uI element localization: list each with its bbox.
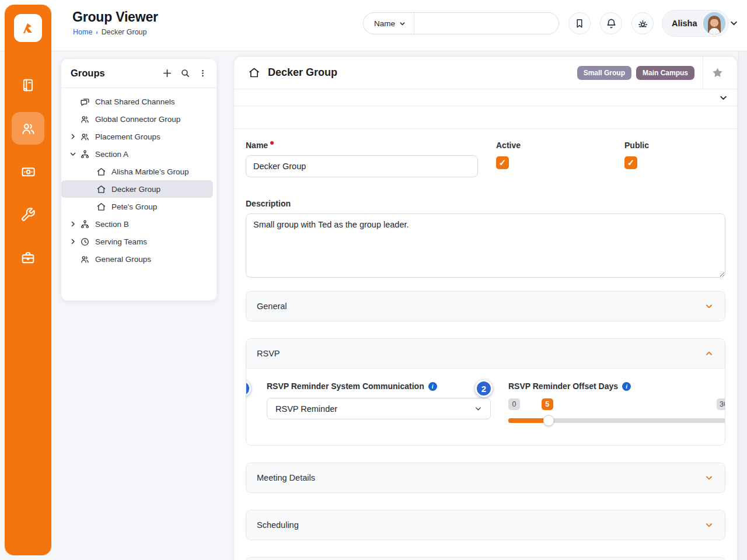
tree-item-label: Global Connector Group (95, 115, 180, 124)
public-checkbox[interactable]: ✓ (624, 156, 637, 169)
chevron-right-icon[interactable] (68, 133, 78, 140)
header-divider (703, 57, 703, 89)
description-field[interactable]: Small group with Ted as the group leader… (246, 214, 725, 278)
user-menu[interactable]: Alisha (662, 10, 729, 37)
tree-item-section-a[interactable]: Section A (61, 145, 213, 163)
active-field: Active ✓ (496, 141, 521, 169)
section-general-header[interactable]: General (246, 292, 725, 321)
tree-item-label: Decker Group (111, 185, 160, 194)
tree-item-general-groups[interactable]: General Groups (61, 250, 213, 268)
section-rsvp-header[interactable]: RSVP (246, 339, 725, 368)
bookmark-button[interactable] (568, 12, 591, 34)
favorite-star-button[interactable] (706, 66, 729, 79)
sidebar-item-people[interactable] (12, 112, 44, 145)
required-indicator (270, 141, 274, 145)
tree-item-section-b[interactable]: Section B (61, 215, 213, 233)
search-filter-dropdown[interactable]: Name (364, 13, 414, 34)
rock-logo-icon (19, 19, 37, 37)
home-icon (96, 184, 106, 194)
sidebar-item-tools[interactable] (12, 198, 44, 231)
chevron-down-icon (729, 19, 738, 27)
offset-days-slider[interactable] (508, 418, 725, 423)
home-icon (248, 66, 260, 79)
active-checkbox[interactable]: ✓ (496, 156, 509, 169)
briefcase-icon (20, 250, 36, 265)
page: Group Viewer Home › Decker Group Name Al… (0, 0, 747, 560)
chevron-down-icon (474, 405, 482, 412)
top-bar: Group Viewer Home › Decker Group Name Al… (0, 0, 747, 51)
tree-item-chat-shared-channels[interactable]: Chat Shared Channels (61, 93, 213, 110)
callout-2: 2 (475, 380, 493, 397)
breadcrumb: Home › Decker Group (73, 28, 147, 36)
people-icon (20, 121, 36, 136)
sidebar-item-finance[interactable] (12, 155, 44, 188)
groups-options-button[interactable] (198, 68, 207, 78)
chevron-right-icon[interactable] (68, 238, 78, 245)
groups-panel: Groups Chat Shared Channels Global Conne… (61, 58, 217, 301)
add-group-button[interactable] (162, 68, 172, 78)
group-detail-panel: Decker Group Small Group Main Campus Nam… (233, 56, 738, 560)
sidebar-item-directory[interactable] (12, 69, 44, 102)
rsvp-communication-value: RSVP Reminder (275, 404, 337, 414)
search-groups-button[interactable] (180, 68, 190, 78)
user-name: Alisha (672, 19, 697, 28)
section-group-attribute-values: Group Attribute Values (246, 557, 725, 560)
rsvp-offset-field: RSVP Reminder Offset Days i 0 5 30 (508, 382, 725, 423)
public-label: Public (624, 141, 649, 150)
clock-icon (80, 237, 90, 247)
group-detail-header: Decker Group Small Group Main Campus (234, 57, 737, 89)
bookmark-icon (574, 18, 585, 29)
section-group-attribute-values-header[interactable]: Group Attribute Values (246, 558, 725, 560)
tree-item-global-connector-group[interactable]: Global Connector Group (61, 110, 213, 128)
sidebar-item-work[interactable] (12, 242, 44, 274)
breadcrumb-separator: › (96, 29, 97, 36)
info-icon[interactable]: i (428, 382, 437, 391)
breadcrumb-home-link[interactable]: Home (73, 28, 92, 36)
tree-item-label: Pete's Group (111, 202, 157, 211)
tree-item-label: General Groups (95, 255, 151, 264)
sidebar-nav (5, 69, 51, 274)
slider-labels: 0 5 30 (508, 398, 725, 410)
tree-item-petes-group[interactable]: Pete's Group (61, 198, 213, 215)
tree-item-serving-teams[interactable]: Serving Teams (61, 233, 213, 250)
tree-item-alisha-marbles-group[interactable]: Alisha Marble’s Group (61, 163, 213, 180)
scrollbar-track[interactable] (738, 51, 747, 560)
home-icon (96, 202, 106, 212)
tree-item-label: Serving Teams (95, 237, 147, 246)
slider-max-value: 30 (717, 398, 725, 410)
rsvp-communication-select[interactable]: RSVP Reminder (267, 398, 491, 419)
section-rsvp: RSVP 1 2 RSVP Reminder System Communicat… (246, 338, 725, 446)
tree-item-label: Placement Groups (95, 132, 160, 141)
section-label: General (257, 302, 287, 311)
tree-item-label: Chat Shared Channels (95, 97, 175, 106)
slider-thumb[interactable] (543, 415, 554, 426)
search-input[interactable] (414, 13, 558, 34)
notifications-button[interactable] (600, 12, 622, 34)
chevron-right-icon[interactable] (68, 220, 78, 228)
section-meeting-details-header[interactable]: Meeting Details (246, 463, 725, 492)
plus-icon (162, 68, 172, 78)
slider-min-value: 0 (508, 398, 520, 410)
section-scheduling-header[interactable]: Scheduling (246, 510, 725, 540)
groups-tree: Chat Shared Channels Global Connector Gr… (61, 88, 217, 272)
chevron-down-icon[interactable] (68, 150, 78, 158)
star-icon (711, 66, 724, 79)
groups-panel-title: Groups (71, 68, 162, 79)
campus-badge: Main Campus (636, 66, 694, 80)
people-icon (80, 114, 90, 124)
chevron-down-icon (705, 474, 713, 482)
section-general: General (246, 291, 725, 321)
name-field[interactable] (246, 155, 478, 177)
people-icon (80, 132, 90, 142)
chevron-down-icon (719, 93, 728, 102)
tree-item-decker-group[interactable]: Decker Group (61, 180, 213, 198)
magnifier-icon (180, 68, 190, 78)
app-logo[interactable] (14, 14, 42, 42)
tree-item-placement-groups[interactable]: Placement Groups (61, 128, 213, 145)
app-sidebar (5, 5, 51, 555)
user-menu-caret[interactable] (729, 19, 738, 27)
theme-toggle-button[interactable] (631, 12, 654, 34)
info-icon[interactable]: i (622, 382, 631, 391)
page-title: Group Viewer (72, 9, 158, 25)
badge-bar-toggle[interactable] (234, 89, 737, 106)
